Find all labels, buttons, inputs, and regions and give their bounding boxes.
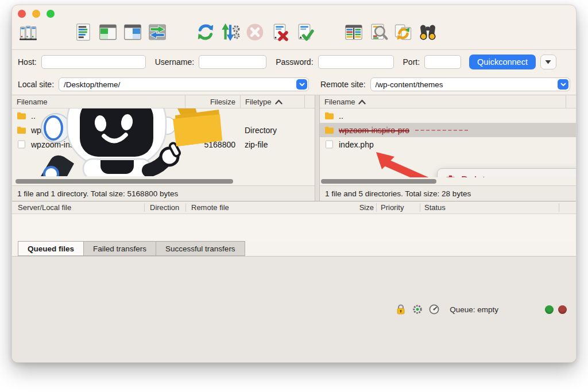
quickconnect-dropdown-icon[interactable] (540, 55, 556, 69)
password-input[interactable] (318, 55, 394, 69)
view-transfer-queue-icon[interactable] (146, 20, 169, 44)
local-column-header: Filename Filesize Filetype (12, 95, 315, 108)
refresh-icon[interactable] (194, 20, 217, 44)
queue-column-priority[interactable]: Priority (381, 203, 404, 212)
toolbar (17, 20, 571, 44)
transfer-queue-panel: Server/Local file Direction Remote file … (12, 201, 576, 256)
queue-column-size[interactable]: Size (336, 203, 374, 212)
view-local-tree-icon[interactable] (96, 20, 119, 44)
file-icon (324, 140, 334, 149)
local-site-label: Local site: (18, 80, 54, 89)
queue-status-text: Queue: empty (450, 305, 498, 314)
file-panes: Filename Filesize Filetype .. (12, 95, 576, 201)
view-remote-tree-icon[interactable] (121, 20, 144, 44)
find-files-icon[interactable] (367, 20, 390, 44)
file-icon (17, 140, 26, 149)
remote-status-text: 1 file and 5 directories. Total size: 28… (320, 185, 576, 201)
tab-successful-transfers[interactable]: Successful transfers (156, 241, 245, 256)
remote-site-label: Remote site: (320, 80, 366, 89)
tab-queued-files[interactable]: Queued files (18, 241, 83, 256)
folder-icon (17, 126, 26, 134)
queue-column-header: Server/Local file Direction Remote file … (12, 201, 576, 214)
disconnect-icon[interactable] (268, 20, 291, 44)
remote-pane: Filename .. wpzoom-inspiro-pro (320, 95, 576, 201)
sort-asc-icon (275, 99, 283, 104)
quickconnect-button[interactable]: Quickconnect (469, 55, 536, 69)
queue-empty-list (12, 214, 576, 240)
table-row[interactable]: index.php (320, 137, 576, 152)
desktop-background: Host: Username: Password: Port: Quickcon… (0, 0, 588, 392)
local-status-text: 1 file and 1 directory. Total size: 5168… (12, 185, 315, 201)
folder-icon (324, 126, 334, 134)
scrollbar-thumb[interactable] (321, 179, 436, 184)
queue-tabs: Queued files Failed transfers Successful… (12, 240, 576, 256)
filezilla-window: Host: Username: Password: Port: Quickcon… (11, 5, 577, 363)
host-input[interactable] (41, 55, 146, 69)
local-site-combobox[interactable]: /Desktop/theme/ (59, 77, 309, 91)
green-activity-dot (545, 305, 554, 314)
synchronized-browsing-icon[interactable] (392, 20, 415, 44)
minimize-button[interactable] (32, 10, 40, 18)
table-row[interactable]: .. (12, 108, 315, 123)
host-label: Host: (18, 57, 37, 67)
strikethrough-dashes (415, 130, 468, 131)
traffic-lights (18, 10, 55, 18)
local-column-filesize[interactable]: Filesize (185, 95, 240, 108)
reconnect-icon[interactable] (293, 20, 316, 44)
site-path-bar: Local site: /Desktop/theme/ Remote site:… (12, 74, 576, 95)
titlebar (12, 5, 576, 50)
chevron-down-icon (558, 79, 568, 90)
queue-column-remote-file[interactable]: Remote file (191, 203, 229, 212)
local-column-filetype[interactable]: Filetype (240, 95, 304, 108)
site-manager-icon[interactable] (17, 20, 40, 44)
local-column-filename[interactable]: Filename (12, 95, 185, 108)
queue-column-server-local[interactable]: Server/Local file (18, 203, 71, 212)
bottom-status-bar: Queue: empty (12, 256, 576, 362)
close-button[interactable] (18, 10, 26, 18)
table-row-selected[interactable]: wpzoom-inspiro-pro (320, 123, 576, 137)
speed-gauge-icon[interactable] (428, 304, 440, 315)
view-log-icon[interactable] (72, 20, 95, 44)
table-row[interactable]: .. (320, 108, 576, 123)
sort-asc-icon (358, 99, 366, 104)
folder-icon (17, 111, 26, 120)
table-row[interactable]: wpzoom-inspiro-pro.zip 5168800 zip-file (12, 137, 315, 152)
queue-column-direction[interactable]: Direction (150, 203, 179, 212)
remote-column-header: Filename (320, 95, 576, 108)
cancel-operation-icon[interactable] (243, 20, 266, 44)
local-site-path: /Desktop/theme/ (64, 80, 296, 89)
red-activity-dot (558, 305, 567, 314)
local-pane: Filename Filesize Filetype .. (12, 95, 315, 201)
pane-splitter[interactable] (315, 95, 320, 201)
folder-icon (324, 111, 334, 120)
local-horizontal-scrollbar[interactable] (12, 177, 315, 185)
lock-icon[interactable] (395, 304, 407, 315)
remote-site-path: /wp-content/themes (376, 80, 558, 89)
gear-icon[interactable] (412, 304, 423, 315)
activity-indicators (545, 305, 567, 314)
remote-column-filename[interactable]: Filename (320, 95, 566, 108)
process-queue-icon[interactable] (219, 20, 242, 44)
remote-site-combobox[interactable]: /wp-content/themes (370, 77, 570, 91)
directory-listing-filters-icon[interactable] (342, 20, 365, 44)
table-row[interactable]: wpzoom-inspiro-pro Directory (12, 123, 315, 137)
queue-column-status[interactable]: Status (424, 203, 446, 212)
remote-horizontal-scrollbar[interactable] (320, 177, 576, 185)
scrollbar-thumb[interactable] (16, 179, 233, 184)
zoom-button[interactable] (47, 10, 55, 18)
username-input[interactable] (199, 55, 266, 69)
directory-comparison-icon[interactable] (416, 20, 439, 44)
quickconnect-bar: Host: Username: Password: Port: Quickcon… (12, 50, 576, 74)
port-input[interactable] (424, 55, 461, 69)
password-label: Password: (276, 57, 313, 67)
tab-failed-transfers[interactable]: Failed transfers (83, 241, 156, 256)
remote-file-list: .. wpzoom-inspiro-pro index.php (320, 108, 576, 177)
port-label: Port: (403, 57, 420, 67)
local-file-list: .. wpzoom-inspiro-pro Directory (12, 108, 315, 177)
username-label: Username: (155, 57, 194, 67)
context-menu-delete[interactable]: Delete (437, 168, 576, 177)
chevron-down-icon (296, 79, 307, 90)
